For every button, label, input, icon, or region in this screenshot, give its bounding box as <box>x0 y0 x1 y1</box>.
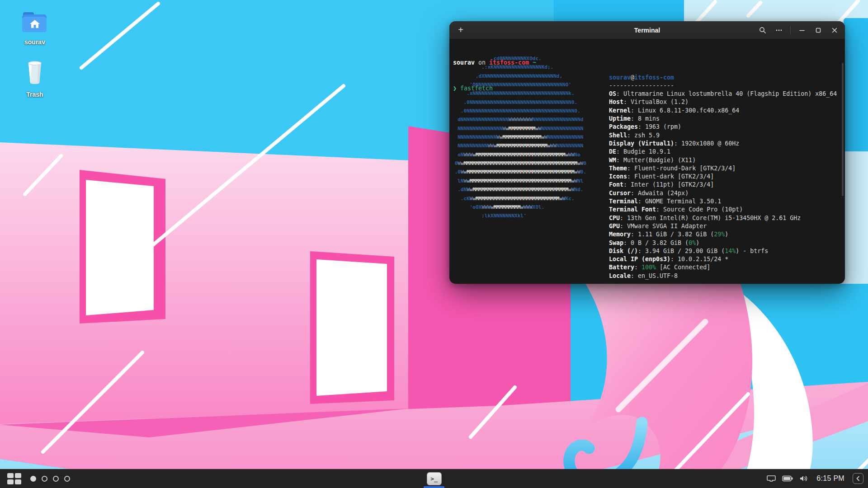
battery-icon[interactable] <box>782 475 793 482</box>
taskbar: >_ 6:15 PM <box>0 469 868 488</box>
terminal-output-area[interactable]: sourav on itsfoss-com ~ ❯ fastfetch .cd0… <box>449 39 845 284</box>
desktop: sourav Trash + Terminal <box>0 0 868 488</box>
fastfetch-info: sourav@itsfoss-com------------------OS: … <box>609 57 837 284</box>
terminal-window: + Terminal <box>449 21 845 284</box>
terminal-app-icon: >_ <box>427 472 442 485</box>
clock[interactable]: 6:15 PM <box>816 474 844 483</box>
desktop-icon-trash[interactable]: Trash <box>10 60 60 99</box>
desktop-icon-label: sourav <box>24 38 45 46</box>
desktop-icon-home-folder[interactable]: sourav <box>10 11 60 46</box>
menu-dots-icon[interactable] <box>772 23 786 37</box>
scrollbar-thumb[interactable] <box>842 63 844 196</box>
desktop-icon-label: Trash <box>26 91 43 98</box>
network-display-icon[interactable] <box>767 475 776 482</box>
taskbar-terminal-launcher[interactable]: >_ <box>424 469 444 488</box>
minimize-button[interactable] <box>795 23 809 37</box>
maximize-button[interactable] <box>811 23 825 37</box>
home-folder-icon <box>10 11 60 35</box>
terminal-titlebar[interactable]: + Terminal <box>449 21 845 39</box>
fastfetch-ascii-logo: .cd0NNNNNNNNXOdc. .:xKNNNNNNNNNNNNNNNNKd… <box>452 54 586 221</box>
trash-icon <box>10 60 60 88</box>
new-tab-button[interactable]: + <box>454 23 467 37</box>
search-icon[interactable] <box>756 23 769 37</box>
volume-icon[interactable] <box>799 475 808 482</box>
notification-center-button[interactable] <box>853 473 863 484</box>
titlebar-separator <box>790 26 791 34</box>
running-indicator <box>424 486 444 488</box>
close-button[interactable] <box>828 23 841 37</box>
